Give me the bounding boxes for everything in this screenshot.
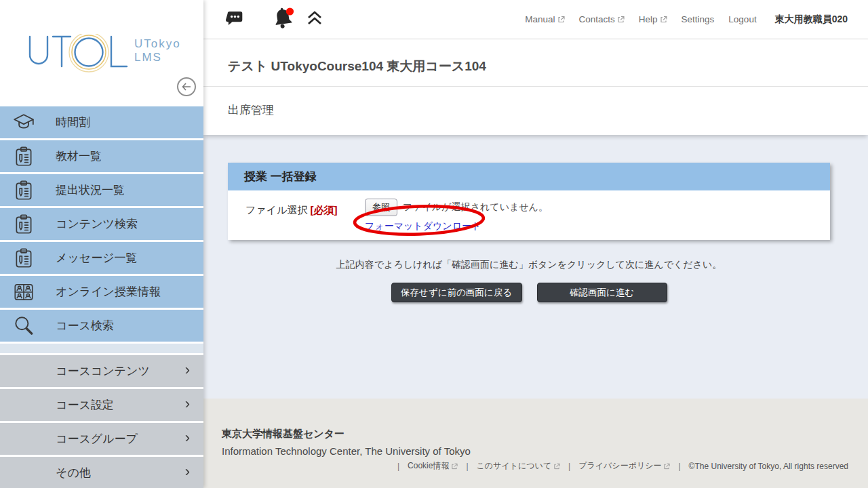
file-select-control: 参照 ファイルが選択されていません。 フォーマットダウンロード [365, 199, 548, 232]
proceed-to-confirm-button[interactable]: 確認画面に進む [537, 283, 667, 302]
sidebar-item-materials[interactable]: 教材一覧 [0, 140, 203, 172]
chevron-right-icon: › [185, 361, 190, 379]
sidebar-item-timetable[interactable]: 時間割 [0, 106, 203, 138]
sidebar-item-content-search[interactable]: コンテンツ検索 [0, 208, 203, 240]
file-select-label-text: ファイル選択 [245, 204, 311, 216]
panel-header: 授業 一括登録 [228, 163, 830, 190]
external-link-icon [617, 16, 625, 23]
sidebar-item-label: 教材一覧 [56, 148, 102, 164]
topbar-links: Manual Contacts Help Se [525, 14, 868, 26]
logo-area: UTokyo LMS [0, 0, 203, 106]
cookie-info-label: Cookie情報 [408, 460, 449, 472]
required-badge: [必須] [311, 204, 338, 216]
footer-separator [395, 462, 402, 471]
sidebar-item-label: コース検索 [56, 318, 114, 333]
sidebar-item-submission-status[interactable]: 提出状況一覧 [0, 174, 203, 206]
username: 東大用教職員020 [775, 14, 848, 26]
footer-separator [675, 462, 683, 471]
sidebar-item-messages[interactable]: メッセージ一覧 [0, 242, 203, 274]
browse-file-button[interactable]: 参照 [365, 199, 397, 216]
sidebar-item-others[interactable]: その他 › [0, 457, 203, 488]
chevron-right-icon: › [185, 429, 190, 447]
sidebar-item-label: コンテンツ検索 [56, 216, 138, 232]
panel-body: ファイル選択 [必須] 参照 ファイルが選択されていません。 フォーマットダウン… [228, 190, 830, 240]
external-link-icon [660, 16, 667, 23]
notification-dot [286, 7, 294, 15]
help-link[interactable]: Help [639, 14, 667, 24]
sidebar-item-label: その他 [56, 465, 91, 481]
footer: 東京大学情報基盤センター Information Technology Cent… [203, 399, 868, 488]
bulk-register-panel: 授業 一括登録 ファイル選択 [必須] 参照 ファイルが選択されていません。 フ… [228, 163, 830, 240]
main-area: Manual Contacts Help Se [203, 0, 868, 488]
manual-link[interactable]: Manual [525, 14, 564, 24]
sidebar-item-label: メッセージ一覧 [56, 250, 138, 266]
topbar-icon-group [226, 6, 323, 33]
footer-separator [463, 462, 471, 471]
about-site-link[interactable]: このサイトについて [477, 460, 561, 472]
sidebar: UTokyo LMS 時間割 [0, 0, 203, 488]
footer-separator [566, 462, 573, 471]
chevron-right-icon: › [185, 395, 190, 413]
content-area: 授業 一括登録 ファイル選択 [必須] 参照 ファイルが選択されていません。 フ… [203, 135, 868, 399]
sidebar-item-label: 提出状況一覧 [56, 182, 125, 198]
course-title: テスト UTokyoCourse104 東大用コース104 [203, 39, 868, 86]
file-select-label: ファイル選択 [必須] [245, 199, 365, 232]
sidebar-item-label: コースコンテンツ [56, 363, 150, 379]
sidebar-item-course-contents[interactable]: コースコンテンツ › [0, 355, 203, 387]
notifications-bell-icon[interactable] [272, 6, 295, 33]
privacy-policy-label: プライバシーポリシー [578, 460, 661, 472]
page-title: 出席管理 [203, 87, 868, 135]
external-link-icon [451, 463, 458, 470]
instruction-text: 上記内容でよろしければ「確認画面に進む」ボタンをクリックして次に進んでください。 [228, 259, 830, 271]
about-site-label: このサイトについて [477, 460, 552, 472]
privacy-policy-link[interactable]: プライバシーポリシー [578, 460, 670, 472]
clipboard-icon [12, 145, 35, 168]
manual-label: Manual [525, 14, 555, 24]
topbar: Manual Contacts Help Se [203, 0, 868, 39]
arrow-left-icon [181, 81, 192, 92]
clipboard-icon [12, 179, 35, 202]
sidebar-course-nav: コースコンテンツ › コース設定 › コースグループ › その他 › [0, 355, 203, 488]
online-class-icon [12, 281, 35, 304]
sidebar-collapse-button[interactable] [177, 77, 196, 96]
external-link-icon [557, 16, 565, 23]
sidebar-item-label: 時間割 [56, 115, 90, 130]
utol-logo-icon[interactable] [26, 34, 129, 73]
back-without-saving-button[interactable]: 保存せずに前の画面に戻る [391, 283, 522, 302]
help-label: Help [639, 14, 658, 24]
sidebar-item-label: コースグループ [56, 431, 138, 447]
collapse-topbar-icon[interactable] [307, 10, 323, 28]
clipboard-icon [12, 247, 35, 270]
sidebar-item-course-settings[interactable]: コース設定 › [0, 389, 203, 421]
sidebar-main-nav: 時間割 教材一覧 提出状況一覧 [0, 106, 203, 342]
clipboard-icon [12, 213, 35, 236]
page-header: テスト UTokyoCourse104 東大用コース104 出席管理 [203, 39, 868, 135]
messages-icon[interactable] [226, 9, 244, 30]
footer-org-ja: 東京大学情報基盤センター [222, 428, 848, 441]
footer-links: Cookie情報 このサイトについて プライバシーポリシー [222, 460, 848, 472]
format-download-link[interactable]: フォーマットダウンロード [365, 220, 481, 232]
logo-subtitle: UTokyo LMS [134, 37, 181, 64]
footer-org-en: Information Technology Center, The Unive… [222, 445, 848, 457]
sidebar-item-course-search[interactable]: コース検索 [0, 310, 203, 342]
sidebar-item-label: コース設定 [56, 397, 114, 413]
contacts-label: Contacts [579, 14, 615, 24]
external-link-icon [663, 463, 670, 470]
chevron-right-icon: › [185, 463, 190, 481]
settings-link[interactable]: Settings [682, 14, 715, 24]
contacts-link[interactable]: Contacts [579, 14, 625, 24]
cookie-info-link[interactable]: Cookie情報 [408, 460, 458, 472]
graduation-cap-icon [12, 111, 35, 134]
copyright-text: ©The University of Tokyo, All rights res… [689, 462, 848, 471]
sidebar-item-label: オンライン授業情報 [56, 284, 161, 300]
no-file-selected-text: ファイルが選択されていません。 [403, 201, 548, 214]
search-icon [12, 314, 35, 338]
sidebar-item-course-group[interactable]: コースグループ › [0, 423, 203, 455]
sidebar-item-online-class-info[interactable]: オンライン授業情報 [0, 276, 203, 308]
sidebar-divider-band [0, 344, 203, 353]
logout-link[interactable]: Logout [728, 14, 756, 24]
action-buttons: 保存せずに前の画面に戻る 確認画面に進む [228, 283, 830, 302]
external-link-icon [553, 463, 560, 470]
